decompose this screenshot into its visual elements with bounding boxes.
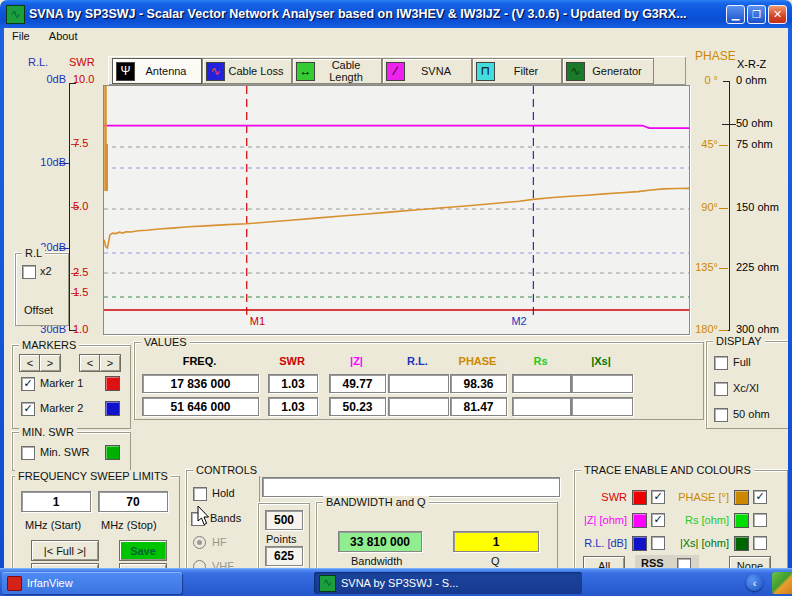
window-border-right [788, 28, 792, 568]
tray-chevron-button[interactable]: ‹ [746, 574, 763, 591]
toolbar-tab-filter[interactable]: ⊓Filter [472, 58, 562, 84]
trace-label: SWR [577, 491, 627, 503]
display-xc-xl-checkbox[interactable] [714, 382, 728, 396]
values-box-title: VALUES [141, 336, 190, 348]
menu-file[interactable]: File [4, 28, 38, 44]
trace-label: Rs [ohm] [671, 514, 729, 526]
stop-freq-input[interactable]: 70 [98, 491, 168, 512]
marker-2-swatch [105, 401, 120, 416]
trace-swr-checkbox[interactable]: ✓ [651, 490, 665, 504]
tray-icon[interactable] [772, 572, 792, 594]
values-cell [571, 397, 633, 416]
close-button[interactable]: ✕ [768, 5, 787, 24]
rl-offset-box-title: R.L [22, 247, 45, 259]
values-header-2: |Z| [329, 355, 384, 367]
values-cell [388, 374, 449, 393]
toolbar-tab-generator[interactable]: ∿Generator [562, 58, 654, 84]
phase-trace [104, 188, 689, 248]
values-cell: 51 646 000 [142, 397, 259, 416]
phase-tick [719, 268, 728, 269]
bands-label: Bands [210, 512, 241, 524]
min-swr-box: MIN. SWR Min. SWR [12, 432, 131, 471]
trace-swatch [632, 490, 647, 505]
minimize-button[interactable]: ▁ [726, 5, 745, 24]
toolbar-tab-antenna[interactable]: ΨAntenna [112, 58, 202, 84]
toolbar-tab-label: Filter [495, 65, 561, 77]
taskbar-item-svna[interactable]: ∿ SVNA by SP3SWJ - S... [314, 572, 582, 594]
bands-checkbox[interactable] [191, 512, 205, 526]
values-cell [512, 374, 571, 393]
marker-nav-next[interactable]: > [99, 354, 121, 372]
min-swr-box-title: MIN. SWR [19, 426, 77, 438]
values-header-0: FREQ. [142, 355, 257, 367]
points-label: Points [266, 533, 297, 545]
toolbar-tab-label: Cable Loss [225, 65, 291, 77]
titlebar[interactable]: ∿ SVNA by SP3SWJ - Scalar Vector Network… [0, 0, 792, 28]
rl-axis-header: R.L. [28, 56, 48, 68]
marker-nav-prev[interactable]: < [79, 354, 101, 372]
hold-label: Hold [212, 487, 235, 499]
offset-label: Offset [24, 304, 53, 316]
hold-checkbox[interactable] [193, 487, 207, 501]
display-full-checkbox[interactable] [714, 356, 728, 370]
filter-icon: ⊓ [476, 62, 495, 81]
start-freq-input[interactable]: 1 [21, 491, 91, 512]
trace-phase--checkbox[interactable]: ✓ [753, 490, 767, 504]
display-option-label: Full [733, 356, 751, 368]
bandwidth-box-title: BANDWIDTH and Q [323, 496, 429, 508]
marker-nav-next[interactable]: > [39, 354, 61, 372]
values-cell: 1.03 [268, 374, 318, 393]
trace-rs-ohm--checkbox[interactable] [753, 513, 767, 527]
chart-plot: M1 M2 [103, 85, 690, 335]
marker-label: Marker 2 [40, 402, 83, 414]
z50-tick [722, 124, 736, 125]
marker-nav-prev[interactable]: < [19, 354, 41, 372]
phase-tick [719, 145, 728, 146]
taskbar-item-label: SVNA by SP3SWJ - S... [341, 577, 458, 589]
values-cell [571, 374, 633, 393]
antenna-icon: Ψ [116, 62, 135, 81]
q-value: 1 [453, 531, 539, 552]
values-cell [512, 397, 571, 416]
values-cell: 17 836 000 [142, 374, 259, 393]
phase-tick-label: 90° [701, 201, 718, 213]
marker-label: Marker 1 [40, 377, 83, 389]
full-span-button[interactable]: |< Full >| [31, 540, 99, 561]
swr-axis-spine [69, 83, 70, 331]
sweep-box-title: FREQUENCY SWEEP LIMITS [15, 470, 171, 482]
phase-tick-label: 135° [695, 261, 718, 273]
points-bottom-value: 625 [265, 546, 303, 566]
menu-about[interactable]: About [41, 28, 86, 44]
xrz-axis-header: X-R-Z [737, 58, 766, 70]
values-box: VALUES FREQ.SWR|Z|R.L.PHASERs|Xs|17 836 … [134, 342, 704, 420]
trace--z-ohm--checkbox[interactable]: ✓ [651, 513, 665, 527]
hf-radio[interactable] [193, 536, 206, 549]
text-entry-field[interactable] [262, 477, 560, 497]
trace-label: R.L. [dB] [577, 537, 627, 549]
phase-tick-label: 0 ° [704, 74, 718, 86]
trace-r-l-db--checkbox[interactable] [651, 536, 665, 550]
save-button[interactable]: Save [119, 540, 167, 561]
phase-tick [719, 330, 728, 331]
marker-2-checkbox[interactable]: ✓ [21, 402, 35, 416]
x2-checkbox[interactable] [22, 265, 36, 279]
ohm-tick-label: 225 ohm [736, 261, 779, 273]
toolbar-tab-cable-loss[interactable]: ∿Cable Loss [202, 58, 292, 84]
toolbar-tab-label: Antenna [135, 65, 201, 77]
values-cell: 49.77 [329, 374, 386, 393]
toolbar-tab-svna[interactable]: ∕SVNA [382, 58, 472, 84]
q-label: Q [491, 555, 500, 567]
taskbar-item-irfanview[interactable]: IrfanView [2, 572, 182, 594]
trace-box-title: TRACE ENABLE AND COLOURS [581, 464, 754, 476]
min-swr-checkbox[interactable] [21, 446, 35, 460]
bandwidth-value: 33 810 000 [338, 531, 422, 552]
maximize-button[interactable]: ❐ [747, 5, 766, 24]
z-trace [104, 126, 689, 129]
chart-canvas [104, 86, 689, 334]
display-box: DISPLAY FullXc/Xl50 ohm [706, 341, 792, 429]
toolbar-tab-cable-length[interactable]: ↔Cable Length [292, 58, 382, 84]
marker-1-checkbox[interactable]: ✓ [21, 377, 35, 391]
trace--xs-ohm--checkbox[interactable] [753, 536, 767, 550]
display-50-ohm-checkbox[interactable] [714, 408, 728, 422]
swr-tick-label: 7.5 [73, 137, 88, 149]
